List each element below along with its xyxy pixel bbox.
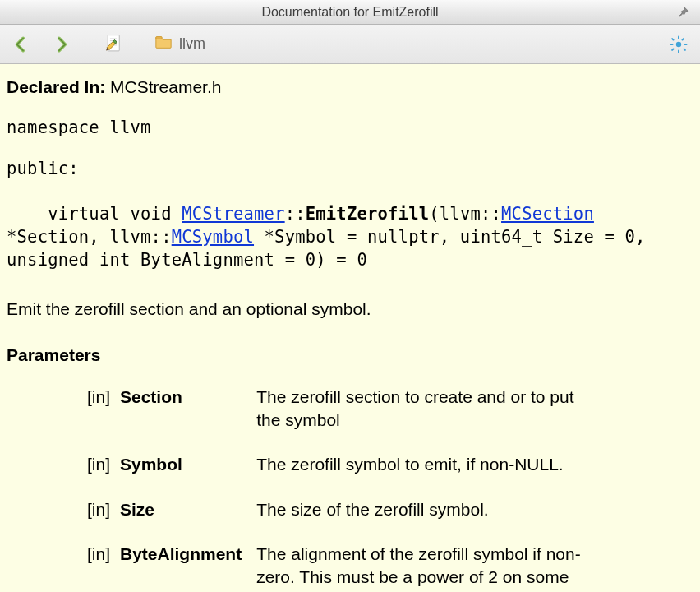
declared-in-file: MCStreamer.h (110, 77, 221, 96)
link-mcstreamer[interactable]: MCStreamer (182, 204, 284, 224)
param-desc: The alignment of the zerofill symbol if … (256, 536, 601, 592)
svg-rect-8 (156, 37, 162, 39)
edit-document-button[interactable] (100, 30, 130, 59)
param-desc: The zerofill section to create and or to… (256, 379, 601, 447)
svg-rect-17 (671, 48, 675, 51)
table-row: [in] ByteAlignment The alignment of the … (71, 536, 601, 592)
signature: virtual void MCStreamer::EmitZerofill(ll… (7, 181, 693, 294)
svg-rect-13 (684, 44, 688, 45)
breadcrumb[interactable]: llvm (154, 34, 657, 54)
param-dir: [in] (71, 536, 120, 592)
window-title: Documentation for EmitZerofill (261, 5, 438, 20)
sig-method: EmitZerofill (306, 204, 430, 224)
sig-pre: virtual void (48, 204, 182, 224)
folder-icon (154, 34, 173, 54)
declared-in-line: Declared In: MCStreamer.h (7, 76, 693, 99)
svg-rect-11 (678, 49, 679, 53)
declared-in-label: Declared In: (7, 77, 105, 96)
param-dir: [in] (71, 492, 120, 536)
svg-rect-16 (681, 37, 684, 40)
parameters-table: [in] Section The zerofill section to cre… (71, 379, 601, 592)
param-name: ByteAlignment (120, 536, 256, 592)
summary: Emit the zerofill section and an optiona… (7, 298, 693, 321)
svg-point-9 (676, 41, 681, 46)
param-name: Size (120, 492, 256, 536)
svg-rect-14 (671, 37, 675, 40)
parameters-heading: Parameters (7, 344, 693, 367)
settings-button[interactable] (667, 33, 690, 56)
toolbar: llvm (0, 25, 700, 64)
access-line: public: (7, 158, 693, 181)
sig-sep: :: (285, 204, 306, 224)
back-button[interactable] (7, 30, 36, 59)
breadcrumb-label: llvm (179, 35, 205, 53)
param-desc: The zerofill symbol to emit, if non-NULL… (256, 446, 601, 491)
pin-icon[interactable] (674, 3, 692, 21)
param-dir: [in] (71, 379, 120, 447)
table-row: [in] Size The size of the zerofill symbo… (71, 492, 601, 536)
forward-button[interactable] (46, 30, 76, 59)
window-titlebar: Documentation for EmitZerofill (0, 0, 700, 25)
svg-rect-15 (683, 48, 686, 51)
table-row: [in] Symbol The zerofill symbol to emit,… (71, 446, 601, 491)
svg-rect-12 (670, 44, 674, 45)
param-dir: [in] (71, 446, 120, 491)
link-mcsection[interactable]: MCSection (501, 204, 594, 224)
param-name: Symbol (120, 446, 256, 491)
sig-open: (llvm:: (429, 204, 501, 224)
svg-rect-10 (678, 35, 679, 39)
namespace-line: namespace llvm (7, 117, 693, 140)
param-desc: The size of the zerofill symbol. (256, 492, 601, 536)
table-row: [in] Section The zerofill section to cre… (71, 379, 601, 447)
doc-content: Declared In: MCStreamer.h namespace llvm… (0, 64, 700, 592)
link-mcsymbol[interactable]: MCSymbol (172, 227, 254, 247)
param-name: Section (120, 379, 256, 447)
